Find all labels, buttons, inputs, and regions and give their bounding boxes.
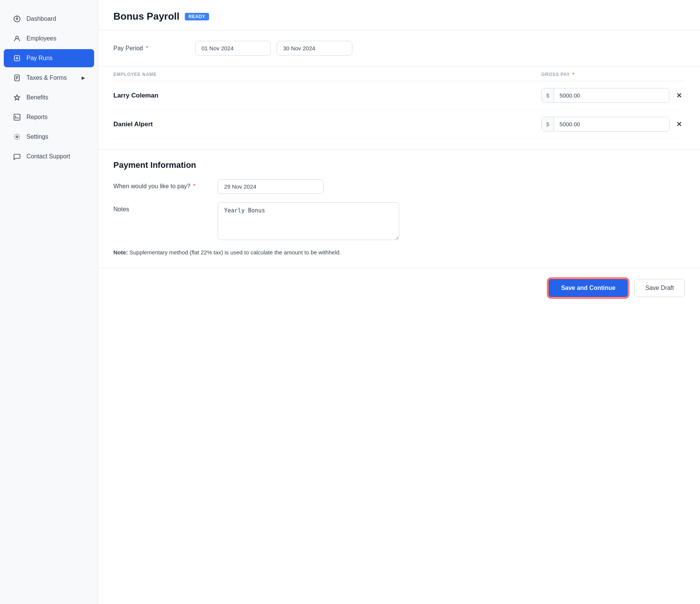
required-indicator: *	[144, 45, 148, 51]
col-employee-name: EMPLOYEE NAME	[113, 72, 541, 77]
payruns-icon	[13, 54, 21, 62]
sidebar-item-benefits[interactable]: Benefits	[4, 88, 94, 107]
sidebar-label-contact-support: Contact Support	[26, 153, 70, 160]
pay-date-input[interactable]	[218, 179, 324, 194]
pay-date-label: When would you like to pay? *	[113, 179, 212, 190]
sidebar-label-benefits: Benefits	[26, 94, 48, 101]
sidebar-item-taxes-forms[interactable]: Taxes & Forms ▶	[4, 69, 94, 87]
page-header: Bonus Payroll READY	[98, 0, 700, 30]
chevron-right-icon: ▶	[82, 75, 85, 81]
table-header-row: EMPLOYEE NAME GROSS PAY *	[113, 67, 685, 81]
sidebar-label-reports: Reports	[26, 114, 48, 121]
col-gross-pay: GROSS PAY *	[541, 72, 685, 77]
page-title: Bonus Payroll	[113, 11, 180, 22]
currency-input-wrap-1: $	[541, 88, 669, 103]
sidebar: Dashboard Employees Pay Runs	[0, 0, 98, 604]
pay-period-section: Pay Period *	[98, 30, 700, 67]
currency-symbol-2: $	[542, 117, 554, 131]
table-row: Larry Coleman $ ✕	[113, 81, 685, 110]
sidebar-label-settings: Settings	[26, 133, 48, 140]
currency-symbol-1: $	[542, 88, 554, 102]
pay-period-start-input[interactable]	[195, 41, 271, 56]
sidebar-item-pay-runs[interactable]: Pay Runs	[4, 49, 94, 67]
pay-period-row: Pay Period *	[113, 41, 685, 56]
gross-pay-wrap-1: $ ✕	[541, 88, 685, 103]
currency-input-wrap-2: $	[541, 117, 669, 132]
sidebar-item-settings[interactable]: Settings	[4, 128, 94, 146]
taxes-icon	[13, 74, 21, 82]
employee-name-1: Larry Coleman	[113, 92, 541, 99]
sidebar-item-dashboard[interactable]: Dashboard	[4, 10, 94, 28]
col-required-star: *	[573, 72, 575, 77]
remove-employee-2-button[interactable]: ✕	[673, 119, 685, 130]
gross-pay-wrap-2: $ ✕	[541, 117, 685, 132]
notes-label: Notes	[113, 202, 212, 213]
support-icon	[13, 152, 21, 161]
employee-table-section: EMPLOYEE NAME GROSS PAY * Larry Coleman …	[98, 67, 700, 150]
note-text: Note: Supplementary method (flat 22% tax…	[113, 248, 685, 257]
sidebar-item-employees[interactable]: Employees	[4, 29, 94, 48]
save-draft-button[interactable]: Save Draft	[634, 279, 685, 297]
payment-info-section: Payment Information When would you like …	[98, 150, 700, 268]
sidebar-label-pay-runs: Pay Runs	[26, 55, 53, 62]
benefits-icon	[13, 93, 21, 102]
sidebar-item-contact-support[interactable]: Contact Support	[4, 147, 94, 166]
pay-date-row: When would you like to pay? *	[113, 179, 685, 194]
employee-name-2: Daniel Alpert	[113, 121, 541, 128]
sidebar-label-dashboard: Dashboard	[26, 15, 56, 22]
main-content: Bonus Payroll READY Pay Period * EMPLOYE…	[98, 0, 700, 604]
svg-point-1	[16, 18, 18, 20]
sidebar-label-employees: Employees	[26, 35, 56, 42]
sidebar-label-taxes-forms: Taxes & Forms	[26, 74, 67, 81]
pay-input-1[interactable]	[554, 88, 669, 102]
status-badge: READY	[185, 13, 209, 20]
save-and-continue-button[interactable]: Save and Continue	[548, 279, 628, 297]
payment-section-title: Payment Information	[113, 160, 685, 170]
reports-icon	[13, 113, 21, 121]
pay-date-required-star: *	[192, 183, 196, 189]
pay-period-label: Pay Period *	[113, 45, 189, 52]
remove-employee-1-button[interactable]: ✕	[673, 90, 685, 101]
settings-icon	[13, 133, 21, 141]
sidebar-item-reports[interactable]: Reports	[4, 108, 94, 126]
notes-textarea[interactable]	[218, 202, 399, 240]
pay-input-2[interactable]	[554, 117, 669, 131]
dashboard-icon	[13, 15, 21, 23]
pay-period-end-input[interactable]	[277, 41, 352, 56]
svg-point-15	[16, 136, 18, 138]
notes-row: Notes	[113, 202, 685, 240]
table-row: Daniel Alpert $ ✕	[113, 110, 685, 139]
employees-icon	[13, 34, 21, 43]
footer-actions: Save and Continue Save Draft	[98, 268, 700, 308]
